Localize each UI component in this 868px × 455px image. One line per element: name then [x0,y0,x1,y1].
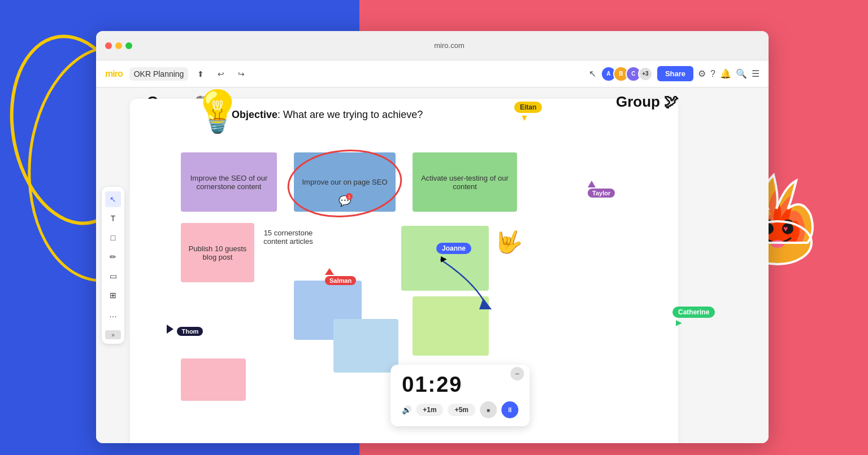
rock-hand-emoji: 🤟 [492,226,524,257]
tool-grid[interactable]: ⊞ [105,287,121,303]
board-name[interactable]: OKR Planning [129,67,189,81]
tool-pen[interactable]: ✏ [105,249,121,265]
board-canvas[interactable]: ↖ T □ ✏ ▭ ⊞ … » Group 🐨 💡 Objective: Wha… [96,88,769,443]
joanne-cursor: Joanne ▶ [436,243,471,263]
timer-pause-button[interactable]: ⏸ [501,401,518,418]
tools-sidebar: ↖ T □ ✏ ▭ ⊞ … » [102,187,124,344]
eitan-cursor: Eitan ▼ [514,102,542,123]
minimize-dot[interactable] [115,42,122,49]
settings-icon[interactable]: ⚙ [698,68,706,79]
cursor-icon: ↖ [589,68,596,79]
toolbar-right: ↖ A B C +3 Share ⚙ ? 🔔 🔍 ☰ [589,66,760,82]
avatar-extra-count: +3 [638,67,653,81]
browser-chrome: miro.com [96,31,769,60]
sticky-user-testing[interactable]: Activate user-testing of our content [413,152,517,212]
sticky-light-green-2[interactable] [413,296,489,356]
upload-button[interactable]: ⬆ [193,66,209,82]
timer-controls: 🔊 +1m +5m ■ ⏸ [402,401,518,418]
lightbulb-emoji: 💡 [192,88,243,135]
close-dot[interactable] [105,42,112,49]
timer-display: 01:29 [402,373,518,397]
tool-text[interactable]: T [105,211,121,226]
menu-icon[interactable]: ☰ [752,68,760,79]
sticky-seo-cornerstone[interactable]: Improve the SEO of our cornerstone conte… [181,152,277,212]
chat-icon[interactable]: 💬1 [338,195,351,207]
search-icon[interactable]: 🔍 [736,68,747,79]
bell-icon[interactable]: 🔔 [720,68,731,79]
objective-heading: Objective: What are we trying to achieve… [232,109,423,121]
svg-text:♥: ♥ [783,224,788,233]
timer-dismiss-button[interactable]: − [510,367,524,380]
timer-sound-button[interactable]: 🔊 [402,405,411,414]
tool-cursor[interactable]: ↖ [105,191,121,207]
url-bar: miro.com [139,41,760,50]
avatar-group: A B C +3 [601,66,653,82]
maximize-dot[interactable] [125,42,132,49]
taylor-cursor: Taylor [588,181,615,198]
help-icon[interactable]: ? [710,69,715,79]
timer-stop-button[interactable]: ■ [480,401,497,418]
sticky-pink-small[interactable] [181,358,246,401]
thom-cursor: Thom [167,325,203,336]
catherine-cursor: Catherine ▶ [672,307,715,327]
share-button[interactable]: Share [657,66,693,81]
timer-widget: − 01:29 🔊 +1m +5m ■ ⏸ [390,365,530,426]
sidebar-expand[interactable]: » [105,330,121,339]
window-controls [105,42,132,49]
tool-more[interactable]: … [105,307,121,322]
miro-toolbar: miro OKR Planning ⬆ ↩ ↪ ↖ A B C +3 Share… [96,60,769,88]
browser-window: miro.com miro OKR Planning ⬆ ↩ ↪ ↖ A B C… [96,31,769,443]
tool-sticky[interactable]: □ [105,230,121,246]
miro-logo: miro [105,69,123,79]
timer-add5m-button[interactable]: +5m [448,404,475,416]
sticky-publish-guests[interactable]: Publish 10 guests blog post [181,223,254,282]
sticky-on-page-seo[interactable]: Improve our on page SEO 💬1 [294,152,396,212]
redo-button[interactable]: ↪ [233,66,249,82]
undo-button[interactable]: ↩ [213,66,229,82]
salman-cursor: Salman [325,268,356,285]
group2-label: Group 🕊 [616,93,679,111]
timer-display-wrapper: − 01:29 [402,373,518,397]
timer-add1m-button[interactable]: +1m [416,404,443,416]
tool-shape[interactable]: ▭ [105,268,121,284]
sticky-light-blue-2[interactable] [333,319,398,373]
text-15-cornerstone: 15 cornerstone content articles [251,229,325,246]
